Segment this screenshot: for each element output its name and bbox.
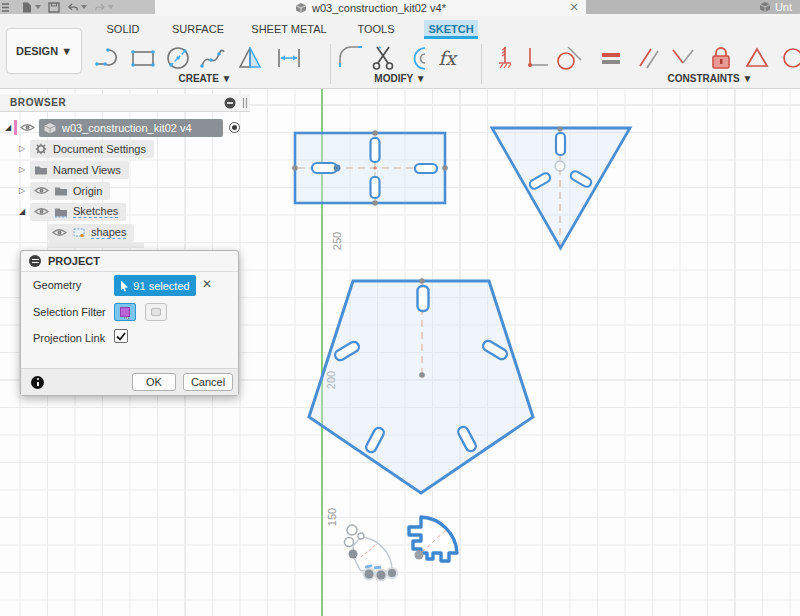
spline-tool[interactable] <box>198 42 228 74</box>
new-file-icon[interactable] <box>21 2 33 13</box>
tab-sketch[interactable]: SKETCH <box>424 20 478 37</box>
ribbon-toolbar: DESIGN ▼ SOLID SURFACE SHEET METAL TOOLS… <box>0 16 800 89</box>
panel-grip-icon[interactable] <box>242 97 248 109</box>
sketch-dimension-tool[interactable] <box>274 42 304 74</box>
cancel-button[interactable]: Cancel <box>183 373 233 391</box>
undo-caret-icon[interactable] <box>81 5 87 9</box>
dialog-title: PROJECT <box>48 255 100 267</box>
rectangle-tool[interactable] <box>128 42 158 74</box>
mirror-tool[interactable] <box>235 42 265 74</box>
document-tab-secondary[interactable]: Unt <box>586 0 800 14</box>
dialog-grip-icon[interactable] <box>29 255 41 267</box>
expand-arrow-icon[interactable] <box>16 207 28 216</box>
triangle-plate-sketch[interactable] <box>492 126 630 248</box>
browser-row-sketches[interactable]: Sketches <box>0 201 256 222</box>
expand-arrow-icon[interactable] <box>2 123 14 132</box>
cursor-icon <box>120 280 129 292</box>
sketch-icon <box>72 227 86 239</box>
tab-close-button[interactable]: ✕ <box>566 0 582 15</box>
browser-item-label: Named Views <box>53 164 121 176</box>
tab-surface[interactable]: SURFACE <box>168 20 228 37</box>
menu-icon[interactable] <box>2 2 14 13</box>
modify-group-label[interactable]: MODIFY ▼ <box>348 73 452 84</box>
change-parameters-tool[interactable]: fx <box>432 42 462 74</box>
tab-sheet-metal[interactable]: SHEET METAL <box>250 20 328 37</box>
quarter-gear-sketch[interactable] <box>409 517 457 561</box>
polygon-constraint-tool[interactable] <box>742 42 772 74</box>
offset-tool[interactable] <box>400 42 430 74</box>
folder-icon <box>54 185 68 197</box>
root-component-chip[interactable]: w03_construction_kit02 v4 <box>39 119 223 137</box>
visibility-eye-icon[interactable] <box>52 227 67 238</box>
undo-icon[interactable] <box>67 2 79 13</box>
fillet-tool[interactable] <box>336 42 366 74</box>
filter-faces-toggle[interactable] <box>145 303 167 321</box>
collapse-panel-icon[interactable] <box>224 97 236 109</box>
redo-icon[interactable] <box>94 2 106 13</box>
constraints-group-label[interactable]: CONSTRAINTS ▼ <box>640 73 780 84</box>
browser-panel: BROWSER w03_construction_kit02 v4 Docume… <box>0 94 256 248</box>
coincident-constraint-tool[interactable] <box>490 42 520 74</box>
fix-constraint-tool[interactable] <box>706 42 736 74</box>
browser-item-label: Document Settings <box>53 143 146 155</box>
unconstrained-sketch-cluster[interactable] <box>345 525 399 582</box>
browser-header: BROWSER <box>0 94 250 112</box>
expand-arrow-icon[interactable] <box>16 165 28 174</box>
redo-caret-icon[interactable] <box>108 5 114 9</box>
projection-link-label: Projection Link <box>33 332 105 344</box>
rectangle-plate-sketch[interactable] <box>292 130 448 206</box>
expand-arrow-icon[interactable] <box>16 186 28 195</box>
face-select-icon <box>151 308 161 316</box>
browser-title: BROWSER <box>10 97 224 108</box>
filter-bodies-toggle-active[interactable] <box>114 303 136 321</box>
tab-tools[interactable]: TOOLS <box>352 20 400 37</box>
clear-selection-button[interactable]: ✕ <box>202 277 212 291</box>
create-group-label[interactable]: CREATE ▼ <box>150 73 260 84</box>
component-cube-icon <box>43 122 57 134</box>
browser-row-origin[interactable]: Origin <box>0 180 256 201</box>
browser-row-named-views[interactable]: Named Views <box>0 159 256 180</box>
project-dialog-header[interactable]: PROJECT <box>21 251 238 272</box>
equal-constraint-tool[interactable] <box>596 42 626 74</box>
visibility-eye-icon[interactable] <box>34 185 49 196</box>
info-icon[interactable] <box>31 376 44 389</box>
save-icon[interactable] <box>48 2 60 13</box>
titlebar: w03_construction_kit02 v4* ✕ Unt <box>0 0 800 16</box>
two-point-arc-tool[interactable] <box>93 42 123 74</box>
visibility-eye-icon[interactable] <box>34 206 49 217</box>
secondary-tab-title: Unt <box>775 1 792 13</box>
browser-row-partial[interactable] <box>0 243 256 248</box>
document-tab-active[interactable]: w03_construction_kit02 v4* <box>155 0 586 16</box>
tangent-constraint-tool[interactable] <box>554 42 584 74</box>
project-dialog: PROJECT Geometry 91 selected ✕ Selection… <box>20 250 239 396</box>
circle-tool[interactable] <box>163 42 193 74</box>
gear-icon <box>34 143 48 155</box>
midpoint-constraint-tool[interactable] <box>668 42 698 74</box>
design-workspace-menu[interactable]: DESIGN ▼ <box>6 28 82 74</box>
expand-arrow-icon[interactable] <box>16 144 28 153</box>
ok-button[interactable]: OK <box>132 373 176 391</box>
projection-link-checkbox[interactable] <box>114 329 128 343</box>
visibility-eye-icon[interactable] <box>20 122 35 133</box>
trim-tool[interactable] <box>368 42 398 74</box>
selection-filter-label: Selection Filter <box>33 306 106 318</box>
concentric-constraint-tool[interactable] <box>778 42 800 74</box>
checkmark-icon <box>116 332 126 341</box>
document-cube-icon <box>295 2 307 14</box>
browser-row-document-settings[interactable]: Document Settings <box>0 138 256 159</box>
new-file-caret-icon[interactable] <box>35 5 41 9</box>
geometry-selection-chip[interactable]: 91 selected <box>114 275 196 296</box>
activate-component-radio[interactable] <box>229 122 240 133</box>
browser-row-root[interactable]: w03_construction_kit02 v4 <box>0 117 256 138</box>
parallel-constraint-tool[interactable] <box>634 42 664 74</box>
active-component-bar <box>14 120 17 135</box>
geometry-selected-count: 91 selected <box>133 280 189 292</box>
toolbar-separator <box>330 44 331 84</box>
browser-row-shapes[interactable]: shapes <box>0 222 256 243</box>
toolbar-separator <box>481 44 482 84</box>
tab-solid[interactable]: SOLID <box>100 20 146 37</box>
folder-icon <box>34 164 48 176</box>
geometry-label: Geometry <box>33 279 81 291</box>
pentagon-plate-sketch[interactable] <box>309 278 533 493</box>
perpendicular-constraint-tool[interactable] <box>522 42 552 74</box>
